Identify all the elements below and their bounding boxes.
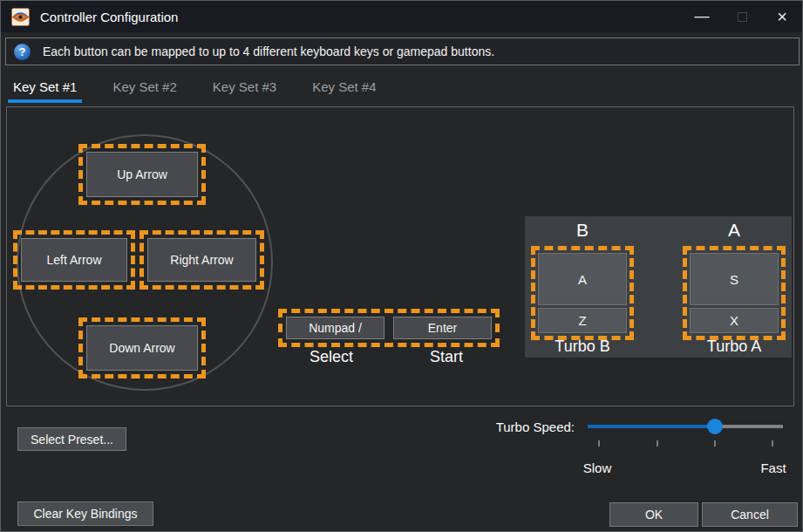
help-icon: ? — [14, 44, 31, 60]
mesen-app-icon — [11, 8, 30, 26]
down-button[interactable]: Down Arrow — [86, 325, 198, 371]
dpad-up-binding: Up Arrow — [78, 144, 206, 205]
window-title: Controller Configuration — [40, 10, 178, 24]
maximize-button[interactable] — [722, 1, 762, 32]
slider-fill — [588, 425, 715, 428]
mapping-panel: Up Arrow Left Arrow Right Arrow Down Arr… — [6, 106, 794, 406]
a-binding-box: S X — [683, 246, 786, 340]
tab-key-set-3[interactable]: Key Set #3 — [206, 74, 283, 103]
slider-ticks — [588, 440, 783, 447]
left-button[interactable]: Left Arrow — [21, 238, 127, 282]
tab-key-set-1[interactable]: Key Set #1 — [6, 74, 84, 103]
minimize-button[interactable]: — — [682, 1, 722, 32]
start-label: Start — [393, 348, 500, 366]
a-key2-button[interactable]: X — [690, 308, 779, 333]
up-button[interactable]: Up Arrow — [86, 152, 198, 197]
b-header: B — [525, 220, 640, 244]
dpad-down-binding: Down Arrow — [78, 317, 206, 379]
b-key2-button[interactable]: Z — [538, 308, 627, 333]
select-label: Select — [278, 348, 384, 366]
ok-button[interactable]: OK — [609, 502, 698, 527]
fast-label: Fast — [747, 460, 800, 475]
turbo-b-label: Turbo B — [525, 338, 640, 356]
info-bar: ? Each button can be mapped to up to 4 d… — [5, 38, 800, 65]
close-button[interactable]: × — [762, 1, 802, 32]
slider-thumb[interactable] — [707, 419, 723, 434]
minimize-icon: — — [695, 12, 710, 21]
turbo-a-label: Turbo A — [677, 338, 792, 356]
controller-configuration-dialog: Controller Configuration — × ? Each butt… — [0, 0, 803, 532]
info-text: Each button can be mapped to up to 4 dif… — [43, 44, 494, 58]
select-preset-button[interactable]: Select Preset... — [17, 427, 126, 451]
ab-buttons-panel: B A Z Turbo B A S X Turbo A — [525, 216, 792, 358]
b-binding-box: A Z — [531, 246, 634, 340]
start-key-button[interactable]: Enter — [393, 317, 492, 339]
dpad-right-binding: Right Arrow — [140, 230, 264, 290]
key-set-tabs: Key Set #1 Key Set #2 Key Set #3 Key Set… — [6, 74, 405, 103]
turbo-speed-slider[interactable] — [588, 419, 783, 434]
a-header: A — [677, 220, 792, 244]
dpad-left-binding: Left Arrow — [13, 230, 135, 290]
close-icon: × — [777, 7, 787, 27]
tab-key-set-4[interactable]: Key Set #4 — [305, 74, 383, 103]
right-button[interactable]: Right Arrow — [147, 238, 256, 282]
window-controls: — × — [682, 1, 802, 32]
tab-key-set-2[interactable]: Key Set #2 — [105, 74, 183, 103]
cancel-button[interactable]: Cancel — [702, 502, 798, 527]
b-button-column: B A Z Turbo B — [525, 216, 640, 356]
clear-key-bindings-button[interactable]: Clear Key Bindings — [17, 501, 153, 526]
maximize-icon — [738, 12, 747, 22]
turbo-speed-label: Turbo Speed: — [477, 419, 575, 434]
b-key1-button[interactable]: A — [538, 253, 627, 305]
select-start-binding: Numpad / Enter — [278, 309, 500, 347]
a-button-column: A S X Turbo A — [677, 216, 792, 356]
titlebar: Controller Configuration — × — [1, 1, 802, 32]
select-key-button[interactable]: Numpad / — [286, 317, 384, 339]
slow-label: Slow — [571, 460, 623, 475]
select-start-labels: Select Start — [278, 348, 500, 366]
a-key1-button[interactable]: S — [690, 253, 779, 305]
